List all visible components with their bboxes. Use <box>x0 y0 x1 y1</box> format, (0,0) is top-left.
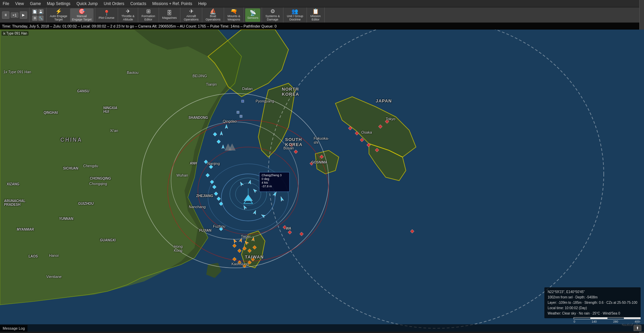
coord-weather: Weather: Clear sky · No rain · 25°C · Wi… <box>548 311 637 316</box>
svg-rect-67 <box>237 111 239 113</box>
systems-icon: ⚙ <box>270 9 275 14</box>
menu-quick-jump[interactable]: Quick Jump <box>76 1 98 6</box>
menu-contacts[interactable]: Contacts <box>130 1 146 6</box>
scale-label-1: 140 <box>592 320 597 323</box>
formation-button[interactable]: ⊞ FormationEditor <box>140 8 157 22</box>
doctrine-group: 👥 Unit / GroupDoctrine <box>283 7 307 22</box>
menu-map-settings[interactable]: Map Settings <box>47 1 70 6</box>
doctrine-icon: 👥 <box>291 9 298 14</box>
magazines-icon: 🗄 <box>167 10 172 16</box>
auto-engage-group: ⚡ Auto EngageTarget 🎯 ManualEngage Targe… <box>47 7 95 22</box>
scale-seg-2 <box>607 317 624 319</box>
boat-ops-label: BoatOperations <box>206 15 220 21</box>
playback-controls: ⏸ ×1 ▶ <box>0 7 30 22</box>
doctrine-label: Unit / GroupDoctrine <box>287 15 303 21</box>
scale-seg-0 <box>574 317 590 319</box>
aircraft-ops-icon: ✈ <box>189 9 194 14</box>
selected-unit: ix Type 091 Han <box>2 31 29 36</box>
svg-rect-69 <box>241 100 244 102</box>
mission-editor-label: MissionEditor <box>310 15 321 21</box>
throttle-button[interactable]: ✈ Throttle &Altitude <box>119 8 137 22</box>
coord-localtime: Local time: 10:00:02 (Day) <box>548 305 637 311</box>
aircraft-ops-group: ✈ AircraftOperations <box>180 7 202 22</box>
toolbar: ⏸ ×1 ▶ 📄 💾 ⚙ 🔧 ⚡ Auto EngageTarget 🎯 Man… <box>0 7 644 23</box>
magazines-label: Magazines <box>162 16 177 20</box>
pause-button[interactable]: ⏸ <box>2 11 9 19</box>
status-text: Time: Thursday, July 5, 2018 – Zulu: 01:… <box>2 24 277 28</box>
manual-engage-icon: 🎯 <box>78 9 85 14</box>
mounts-group: 🔫 Mounts &Weapons <box>224 7 244 22</box>
coord-distance: 1002nm from sel · Depth: -5408m <box>548 295 637 300</box>
aircraft-ops-button[interactable]: ✈ AircraftOperations <box>182 8 201 22</box>
center-icon-button[interactable]: ⬆ <box>634 325 641 331</box>
plot-course-group: 📍 Plot Course <box>95 7 118 22</box>
auto-engage-icon: ⚡ <box>55 9 62 14</box>
menu-bar: File View Game Map Settings Quick Jump U… <box>0 0 644 7</box>
auto-engage-button[interactable]: ⚡ Auto EngageTarget <box>48 8 69 22</box>
speed-display: ×1 <box>11 12 18 18</box>
mounts-label: Mounts &Weapons <box>227 15 240 21</box>
formation-group: ⊞ FormationEditor <box>138 7 159 22</box>
menu-missions[interactable]: Missions + Ref. Points <box>152 1 192 6</box>
menu-file[interactable]: File <box>3 1 9 6</box>
scenario-group: 📄 💾 ⚙ 🔧 <box>30 7 47 22</box>
manual-engage-label: ManualEngage Target <box>72 15 92 21</box>
menu-game[interactable]: Game <box>30 1 41 6</box>
aircraft-ops-label: AircraftOperations <box>184 15 199 21</box>
mission-editor-icon: 📋 <box>312 9 319 14</box>
boat-ops-button[interactable]: ⛵ BoatOperations <box>204 8 222 22</box>
systems-label: Systems &Damage <box>265 15 280 21</box>
doctrine-button[interactable]: 👥 Unit / GroupDoctrine <box>285 8 305 22</box>
systems-button[interactable]: ⚙ Systems &Damage <box>263 8 282 22</box>
svg-text:0 deg: 0 deg <box>262 177 269 181</box>
mounts-button[interactable]: 🔫 Mounts &Weapons <box>225 8 242 22</box>
systems-group: ⚙ Systems &Damage <box>262 7 283 22</box>
svg-text:4 kts: 4 kts <box>262 181 268 184</box>
coord-panel: N22°59'23", E140°50'45" 1002nm from sel … <box>544 287 641 318</box>
auto-engage-label: Auto EngageTarget <box>50 15 67 21</box>
map-container[interactable]: ChangZheng 3 0 deg 4 kts -37.8 m <box>0 30 644 332</box>
throttle-group: ✈ Throttle &Altitude <box>118 7 138 22</box>
sensors-group: 📡 Sensors <box>244 7 262 22</box>
formation-icon: ⊞ <box>146 9 151 14</box>
throttle-icon: ✈ <box>126 9 130 14</box>
menu-help[interactable]: Help <box>198 1 207 6</box>
mission-editor-group: 📋 MissionEditor <box>307 7 325 22</box>
scale-seg-3 <box>624 317 641 319</box>
svg-rect-68 <box>240 115 242 117</box>
bottom-bar: Message Log ⬆ <box>0 324 644 332</box>
scale-label-0: 0 <box>574 320 575 323</box>
manual-engage-button[interactable]: 🎯 ManualEngage Target <box>70 8 94 22</box>
throttle-label: Throttle &Altitude <box>121 15 135 21</box>
plot-course-button[interactable]: 📍 Plot Course <box>97 8 116 22</box>
svg-text:-37.8 m: -37.8 m <box>262 185 272 188</box>
magazines-button[interactable]: 🗄 Magazines <box>160 8 179 22</box>
status-bar: Time: Thursday, July 5, 2018 – Zulu: 01:… <box>0 23 644 30</box>
sensors-label: Sensors <box>247 16 258 20</box>
boat-ops-group: ⛵ BoatOperations <box>202 7 224 22</box>
scale-label-3: 400- <box>635 320 641 323</box>
play-button[interactable]: ▶ <box>20 11 27 19</box>
menu-unit-orders[interactable]: Unit Orders <box>104 1 124 6</box>
message-log-button[interactable]: Message Log <box>0 325 28 332</box>
formation-label: FormationEditor <box>142 15 155 21</box>
svg-text:ChangZheng 3: ChangZheng 3 <box>262 174 282 177</box>
plot-course-label: Plot Course <box>99 16 114 20</box>
sensors-button[interactable]: 📡 Sensors <box>245 8 260 22</box>
boat-ops-icon: ⛵ <box>210 9 216 14</box>
mission-editor-button[interactable]: 📋 MissionEditor <box>308 8 323 22</box>
coord-layer: Layer: -109m to -185m · Strength: 0.6 · … <box>548 300 637 305</box>
menu-view[interactable]: View <box>15 1 24 6</box>
map-svg: ChangZheng 3 0 deg 4 kts -37.8 m <box>0 30 644 332</box>
plot-course-icon: 📍 <box>103 10 110 16</box>
coord-coords: N22°59'23", E140°50'45" <box>548 289 637 295</box>
scale-label-2: 280 <box>613 320 618 323</box>
scale-seg-1 <box>590 317 607 319</box>
mounts-icon: 🔫 <box>230 9 237 14</box>
sensors-icon: 📡 <box>250 10 256 16</box>
magazines-group: 🗄 Magazines <box>159 7 181 22</box>
